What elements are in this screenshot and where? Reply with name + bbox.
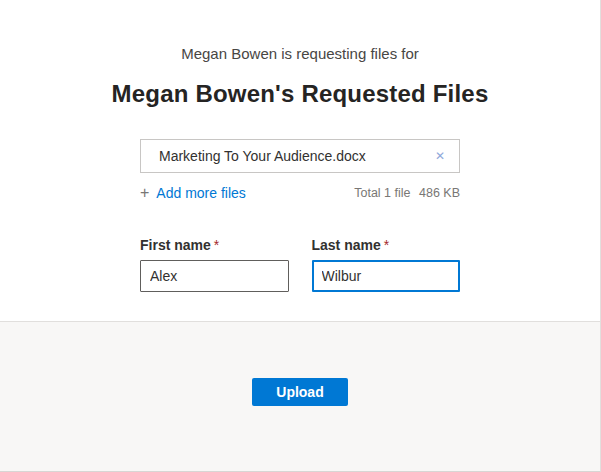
requester-subtitle: Megan Bowen is requesting files for <box>0 45 600 63</box>
file-request-upload-page: Megan Bowen is requesting files for Mega… <box>0 0 601 472</box>
file-name: Marketing To Your Audience.docx <box>159 148 433 164</box>
footer-bar: Upload <box>0 321 600 471</box>
files-meta-row: + Add more files Total 1 file 486 KB <box>140 184 460 202</box>
required-asterisk: * <box>214 237 219 253</box>
first-name-input[interactable] <box>140 260 289 292</box>
page-title: Megan Bowen's Requested Files <box>0 79 600 109</box>
name-fields-row: First name* Last name* <box>140 235 460 292</box>
upload-button[interactable]: Upload <box>252 378 347 406</box>
files-total-summary: Total 1 file 486 KB <box>354 186 460 200</box>
files-total-size: 486 KB <box>419 186 460 200</box>
required-asterisk: * <box>384 237 389 253</box>
file-item-row: Marketing To Your Audience.docx ✕ <box>140 139 460 173</box>
add-more-files-button[interactable]: + Add more files <box>140 184 246 202</box>
last-name-label: Last name* <box>312 235 461 255</box>
add-more-files-label: Add more files <box>156 185 245 201</box>
plus-icon: + <box>140 184 149 202</box>
first-name-label: First name* <box>140 235 289 255</box>
last-name-field: Last name* <box>312 235 461 292</box>
remove-file-icon[interactable]: ✕ <box>433 148 447 164</box>
last-name-input[interactable] <box>312 260 461 292</box>
upload-form: Marketing To Your Audience.docx ✕ + Add … <box>140 139 460 292</box>
files-total-label: Total 1 file <box>354 186 410 200</box>
first-name-field: First name* <box>140 235 289 292</box>
